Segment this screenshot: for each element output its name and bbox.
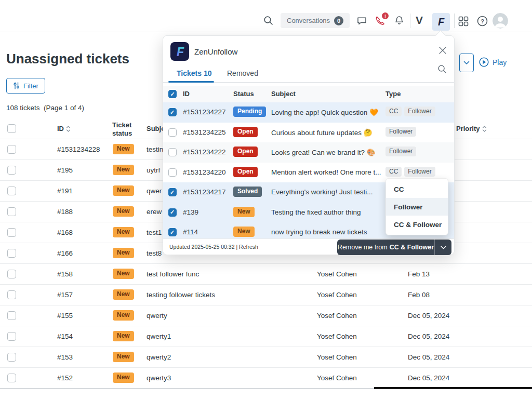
svg-text:?: ? [481, 18, 484, 24]
row-checkbox[interactable] [7, 166, 16, 175]
ticket-status-badge: New [233, 207, 255, 217]
ticket-type-tags: CCFollower [385, 107, 438, 116]
row-checkbox[interactable] [168, 148, 177, 156]
apps-grid-icon[interactable] [458, 16, 469, 26]
toolbar-divider [454, 14, 455, 28]
play-label: Play [493, 58, 507, 66]
popup-header-id: ID [183, 90, 190, 98]
header-ticket-status[interactable]: Ticket status [112, 121, 141, 137]
tab-tickets[interactable]: Tickets 10 [177, 69, 211, 77]
ticket-id: #152 [57, 374, 73, 382]
ticket-requester: Yosef Cohen [317, 270, 357, 278]
user-avatar[interactable] [493, 13, 508, 29]
ticket-row[interactable]: #155NewqwertyYosef CohenDec 05, 2024 [0, 305, 532, 326]
help-icon[interactable]: ? [477, 16, 488, 26]
row-checkbox[interactable] [7, 353, 16, 362]
row-checkbox[interactable] [168, 168, 177, 177]
ticket-row[interactable]: #152Newqwerty3Yosef CohenDec 05, 2024 [0, 368, 532, 389]
type-tag: Follower [385, 127, 416, 137]
views-chevron-button[interactable] [459, 54, 474, 72]
tab-removed[interactable]: Removed [227, 69, 258, 77]
ticket-status-badge: New [113, 206, 134, 217]
row-checkbox[interactable] [168, 188, 177, 196]
ticket-subject: Mention alert worked! One more t... [271, 168, 381, 176]
ticket-id: #168 [57, 229, 73, 236]
ticket-row[interactable]: #154Newqwerty1Yosef CohenDec 05, 2024 [0, 326, 532, 347]
ticket-id: #153 [57, 353, 73, 361]
ticket-status-badge: Open [233, 127, 258, 137]
ticket-status-badge: New [113, 165, 134, 175]
ticket-type-tags: Follower [385, 127, 419, 137]
row-checkbox[interactable] [7, 207, 16, 216]
menu-item-follower[interactable]: Follower [386, 198, 448, 216]
select-all-checkbox[interactable] [7, 124, 16, 133]
zenunfollow-app-icon[interactable]: F [432, 13, 450, 31]
play-button[interactable]: Play [479, 57, 507, 67]
row-checkbox[interactable] [7, 290, 16, 299]
ticket-status-badge: New [113, 310, 134, 321]
row-checkbox[interactable] [7, 249, 16, 258]
ticket-requester: Yosef Cohen [317, 291, 357, 299]
ticket-status-badge: New [113, 185, 134, 196]
conversations-button[interactable]: Conversations 0 [281, 13, 350, 28]
zenunfollow-logo: F [170, 42, 189, 61]
sort-icon [482, 125, 487, 132]
type-tag: CC [385, 167, 402, 177]
ticket-id: #1531234220 [183, 168, 226, 176]
close-icon[interactable] [437, 45, 448, 56]
chat-icon[interactable] [356, 16, 367, 26]
popup-footer: Updated 2025-05-25 00:32 | Refresh Remov… [163, 238, 454, 255]
ticket-subject: qwerty2 [147, 353, 171, 361]
ticket-id: #188 [57, 208, 73, 216]
bell-icon[interactable] [394, 15, 405, 26]
ticket-status-badge: New [113, 352, 134, 362]
ticket-date: Dec 05, 2024 [408, 353, 449, 361]
ticket-subject: qwer [147, 187, 162, 195]
row-checkbox[interactable] [7, 228, 16, 237]
filter-icon [13, 82, 20, 89]
ticket-subject: Everything's working! Just testi... [271, 188, 373, 196]
ticket-id: #139 [183, 208, 198, 216]
row-checkbox[interactable] [7, 145, 16, 154]
remove-button[interactable]: Remove me from CC & Follower [337, 244, 434, 251]
row-checkbox[interactable] [168, 208, 177, 217]
v-app-icon[interactable]: V [416, 14, 423, 26]
row-checkbox[interactable] [168, 228, 177, 236]
horizontal-scrollbar-thumb[interactable] [374, 387, 532, 389]
ticket-subject: Loving the app! Quick question 🧡 [271, 108, 378, 116]
row-checkbox[interactable] [7, 270, 16, 278]
ticket-row[interactable]: #153Newqwerty2Yosef CohenDec 05, 2024 [0, 347, 532, 368]
ticket-status-badge: Open [233, 147, 258, 157]
ticket-subject: testing follower tickets [147, 291, 215, 299]
ticket-status-badge: New [113, 227, 134, 237]
header-priority[interactable]: Priority [456, 125, 487, 132]
row-checkbox[interactable] [168, 108, 177, 116]
page-title: Unassigned tickets [6, 51, 129, 67]
row-checkbox[interactable] [7, 374, 16, 382]
search-icon[interactable] [263, 16, 273, 25]
popup-ticket-row[interactable]: #1531234225OpenCurious about future upda… [163, 123, 454, 143]
row-checkbox[interactable] [168, 128, 177, 137]
row-checkbox[interactable] [7, 311, 16, 320]
ticket-subject: test1 [147, 229, 162, 236]
ticket-date: Feb 08 [408, 291, 430, 299]
ticket-subject: uytrf [147, 166, 160, 174]
phone-icon[interactable]: ! [375, 15, 386, 26]
ticket-subject: Looks great! Can we brand it? 🎨 [271, 148, 376, 156]
refresh-link[interactable]: Refresh [239, 244, 258, 250]
menu-item-cc-follower[interactable]: CC & Follower [386, 216, 448, 233]
menu-item-cc[interactable]: CC [386, 180, 448, 198]
popup-ticket-row[interactable]: #1531234222OpenLooks great! Can we brand… [163, 142, 454, 163]
header-id[interactable]: ID [57, 125, 71, 132]
svg-text:F: F [177, 45, 184, 59]
popup-select-all-checkbox[interactable] [168, 90, 177, 98]
remove-button-chevron[interactable] [434, 240, 451, 255]
ticket-row[interactable]: #158Newtest follower funcYosef CohenFeb … [0, 264, 532, 285]
filter-button[interactable]: Filter [6, 78, 45, 94]
row-checkbox[interactable] [7, 332, 16, 341]
ticket-row[interactable]: #157Newtesting follower ticketsYosef Coh… [0, 285, 532, 305]
type-tag: Follower [404, 167, 435, 177]
popup-ticket-row[interactable]: #1531234227PendingLoving the app! Quick … [163, 102, 454, 123]
row-checkbox[interactable] [7, 187, 16, 195]
page-info: (Page 1 of 4) [44, 104, 84, 112]
